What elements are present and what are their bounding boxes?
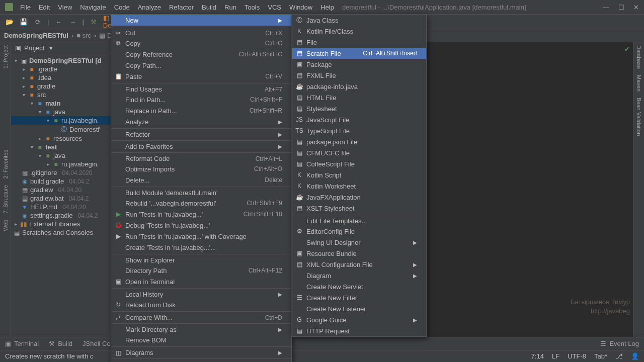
new-xslt-stylesheet[interactable]: ▤XSLT Stylesheet [292, 203, 426, 214]
ctx-delete[interactable]: Delete...Delete [111, 174, 291, 186]
maximize-icon[interactable]: ☐ [618, 4, 624, 11]
ctx-run-tests-in-ru-javabeg[interactable]: ▶Run 'Tests in 'ru.javabeg...'Ctrl+Shift… [111, 209, 291, 220]
new-edit-file-templates[interactable]: Edit File Templates... [292, 215, 426, 226]
new-coffeescript-file[interactable]: ▤CoffeeScript File [292, 158, 426, 169]
new-http-request[interactable]: ▤HTTP Request [292, 325, 426, 336]
ctx-build-module-demorestful-main[interactable]: Build Module 'demorestful.main' [111, 187, 291, 198]
tree-idea[interactable]: ▸■.idea [11, 73, 119, 82]
new-create-new-listener[interactable]: Create New Listener [292, 303, 426, 314]
ctx-copy-reference[interactable]: Copy ReferenceCtrl+Alt+Shift+C [111, 49, 291, 60]
new-java-class[interactable]: ⒸJava Class [292, 15, 426, 26]
menu-file[interactable]: File [17, 3, 34, 12]
menu-run[interactable]: Run [221, 3, 239, 12]
ctx-debug-tests-in-ru-javabeg[interactable]: 🐞Debug 'Tests in 'ru.javabeg...' [111, 220, 291, 231]
tree-build-gradle[interactable]: ◉build.gradle04.04.2 [11, 177, 119, 186]
tree-main[interactable]: ▾■main [11, 99, 119, 108]
menu-window[interactable]: Window [286, 3, 315, 12]
ctx-optimize-imports[interactable]: Optimize ImportsCtrl+Alt+O [111, 163, 291, 174]
crumb-src[interactable]: ■ src [76, 32, 91, 39]
new-package[interactable]: ▣Package [292, 59, 426, 70]
tree-gradlew-bat[interactable]: ▤gradlew.bat04.04.2 [11, 194, 119, 203]
ctx-paste[interactable]: 📋PasteCtrl+V [111, 71, 291, 82]
new-editorconfig-file[interactable]: ⚙EditorConfig File [292, 226, 426, 237]
ctx-reload-from-disk[interactable]: ↻Reload from Disk [111, 299, 291, 310]
menu-build[interactable]: Build [199, 3, 219, 12]
git-branch[interactable]: ⎇ [615, 352, 623, 360]
new-javafxapplication[interactable]: ☕JavaFXApplication [292, 192, 426, 203]
open-icon[interactable]: 📂 [5, 17, 14, 26]
new-resource-bundle[interactable]: ▣Resource Bundle [292, 248, 426, 259]
tree-ext-libraries[interactable]: ▸▮▮External Libraries [11, 220, 119, 228]
ctx-rebuild-vabegin-demorestful[interactable]: Rebuild '...vabegin.demorestful'Ctrl+Shi… [111, 198, 291, 209]
menu-tools[interactable]: Tools [242, 3, 263, 12]
ctx-replace-in-path[interactable]: Replace in Path...Ctrl+Shift+R [111, 105, 291, 116]
new-scratch-file[interactable]: ▤Scratch FileCtrl+Alt+Shift+Insert [292, 48, 426, 59]
tree-gradle-dir[interactable]: ▸■.gradle [11, 65, 119, 73]
tab-web[interactable]: Web [3, 220, 9, 231]
new-swing-ui-designer[interactable]: Swing UI Designer▶ [292, 237, 426, 248]
ctx-find-in-path[interactable]: Find in Path...Ctrl+Shift+F [111, 94, 291, 105]
ctx-refactor[interactable]: Refactor▶ [111, 128, 291, 139]
tab-maven[interactable]: Maven [636, 75, 642, 92]
ctx-add-to-favorites[interactable]: Add to Favorites▶ [111, 140, 291, 151]
ctx-run-tests-in-ru-javabeg-with-coverage[interactable]: ▶Run 'Tests in 'ru.javabeg...' with Cove… [111, 231, 291, 242]
crumb-root[interactable]: DemoSpringRESTful [4, 32, 68, 39]
tree-root[interactable]: ▾▣DemoSpringRESTful [d [11, 56, 119, 65]
ctx-new[interactable]: New▶ [111, 15, 291, 26]
ctx-local-history[interactable]: Local History▶ [111, 288, 291, 299]
tree-help-md[interactable]: ▼HELP.md04.04.20 [11, 203, 119, 211]
menu-help[interactable]: Help [317, 3, 337, 12]
new-html-file[interactable]: ▤HTML File [292, 92, 426, 103]
new-create-new-servlet[interactable]: Create New Servlet [292, 281, 426, 292]
ctx-reformat-code[interactable]: Reformat CodeCtrl+Alt+L [111, 152, 291, 163]
menu-analyze[interactable]: Analyze [135, 3, 164, 12]
new-kotlin-file-class[interactable]: KKotlin File/Class [292, 26, 426, 37]
new-google-guice[interactable]: GGoogle Guice▶ [292, 314, 426, 325]
tree-pkg-test[interactable]: ▸■ru.javabegin. [11, 160, 119, 168]
ctx-directory-path[interactable]: Directory PathCtrl+Alt+F12 [111, 265, 291, 276]
new-typescript-file[interactable]: TSTypeScript File [292, 125, 426, 136]
tab-build[interactable]: ⚒Build [49, 340, 72, 347]
new-package-json-file[interactable]: ▤package.json File [292, 136, 426, 147]
new-kotlin-worksheet[interactable]: KKotlin Worksheet [292, 180, 426, 192]
new-file[interactable]: ▤File [292, 37, 426, 48]
tree-test[interactable]: ▾■test [11, 143, 119, 151]
inspector-icon[interactable]: 👤 [631, 352, 639, 360]
ctx-mark-directory-as[interactable]: Mark Directory as▶ [111, 323, 291, 334]
tree-pkg-main[interactable]: ▾■ru.javabegin. [11, 116, 119, 125]
tab-project[interactable]: 1: Project [3, 45, 9, 68]
new-package-info-java[interactable]: ☕package-info.java [292, 81, 426, 92]
back-icon[interactable]: ← [54, 17, 63, 26]
new-kotlin-script[interactable]: KKotlin Script [292, 169, 426, 180]
forward-icon[interactable]: → [68, 17, 77, 26]
tab-bean[interactable]: Bean Validation [636, 98, 642, 136]
project-panel-header[interactable]: ▣ Project ▾ [11, 42, 119, 54]
tree-gitignore[interactable]: ▤.gitignore04.04.2020 [11, 168, 119, 177]
ctx-find-usages[interactable]: Find UsagesAlt+F7 [111, 83, 291, 94]
tree-scratches[interactable]: ▤Scratches and Consoles [11, 228, 119, 237]
ctx-copy-path[interactable]: Copy Path... [111, 60, 291, 71]
menu-edit[interactable]: Edit [36, 3, 53, 12]
close-icon[interactable]: ✕ [633, 4, 639, 11]
ctx-diagrams[interactable]: ◫Diagrams▶ [111, 346, 291, 357]
ctx-convert-java-file-to-kotlin-file[interactable]: Convert Java File to Kotlin FileCtrl+Alt… [111, 358, 291, 362]
tree-java-test[interactable]: ▾■java [11, 151, 119, 160]
new-cfml-cfc-file[interactable]: ▤CFML/CFC file [292, 147, 426, 158]
hammer-icon[interactable]: ⚒ [89, 17, 98, 26]
new-stylesheet[interactable]: ▤Stylesheet [292, 103, 426, 114]
tab-favorites[interactable]: 2: Favorites [3, 150, 9, 178]
ctx-remove-bom[interactable]: Remove BOM [111, 334, 291, 345]
refresh-icon[interactable]: ⟳ [33, 17, 42, 26]
minimize-icon[interactable]: — [603, 4, 609, 11]
tree-settings-gradle[interactable]: ◉settings.gradle04.04.2 [11, 211, 119, 220]
menu-view[interactable]: View [55, 3, 75, 12]
tab-database[interactable]: Database [636, 45, 642, 69]
line-ending[interactable]: LF [552, 352, 559, 360]
new-create-new-filter[interactable]: ☰Create New Filter [292, 292, 426, 303]
new-diagram[interactable]: Diagram▶ [292, 270, 426, 281]
new-fxml-file[interactable]: ▤FXML File [292, 70, 426, 81]
tab-event-log[interactable]: ☰Event Log [600, 340, 639, 347]
menu-navigate[interactable]: Navigate [77, 3, 109, 12]
ctx-show-in-explorer[interactable]: Show in Explorer [111, 254, 291, 265]
ctx-create-tests-in-ru-javabeg[interactable]: Create 'Tests in 'ru.javabeg...'... [111, 242, 291, 253]
